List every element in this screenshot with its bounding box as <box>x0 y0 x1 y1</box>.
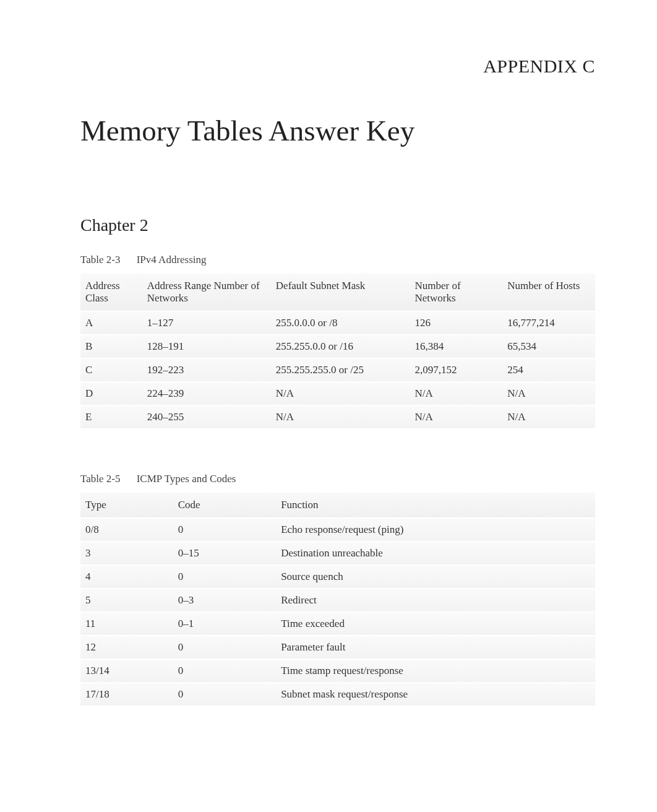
table-cell: 240–255 <box>142 405 271 429</box>
table-cell: 0 <box>173 636 276 659</box>
table-row: 0/8 0 Echo response/request (ping) <box>80 518 595 542</box>
table-2-5-caption: Table 2-5 ICMP Types and Codes <box>80 473 595 485</box>
table-2-5-block: Table 2-5 ICMP Types and Codes Type Code… <box>80 473 595 707</box>
table-cell: 254 <box>502 358 595 382</box>
table-row: 11 0–1 Time exceeded <box>80 612 595 636</box>
table-cell: 128–191 <box>142 335 271 358</box>
table-cell: 0 <box>173 659 276 683</box>
table-cell: 0–3 <box>173 589 276 612</box>
table-cell: Time exceeded <box>276 612 595 636</box>
table-cell: N/A <box>271 405 410 429</box>
table-header: Function <box>276 493 595 518</box>
table-cell: Destination unreachable <box>276 542 595 565</box>
table-cell: C <box>80 358 142 382</box>
table-cell: 2,097,152 <box>410 358 502 382</box>
table-header: Type <box>80 493 173 518</box>
table-cell: 255.255.255.0 or /25 <box>271 358 410 382</box>
table-cell: 0 <box>173 683 276 706</box>
table-cell: 4 <box>80 565 173 589</box>
table-cell: 0/8 <box>80 518 173 542</box>
table-cell: 13/14 <box>80 659 173 683</box>
table-header: Address Class <box>80 274 142 311</box>
table-cell: 65,534 <box>502 335 595 358</box>
table-cell: Source quench <box>276 565 595 589</box>
table-cell: 11 <box>80 612 173 636</box>
table-cell: Time stamp request/response <box>276 659 595 683</box>
table-cell: N/A <box>502 382 595 405</box>
table-row: D 224–239 N/A N/A N/A <box>80 382 595 405</box>
table-row: 5 0–3 Redirect <box>80 589 595 612</box>
appendix-label: APPENDIX C <box>80 56 595 77</box>
table-cell: N/A <box>271 382 410 405</box>
table-cell: 255.255.0.0 or /16 <box>271 335 410 358</box>
table-cell: E <box>80 405 142 429</box>
table-cell: Redirect <box>276 589 595 612</box>
table-row: C 192–223 255.255.255.0 or /25 2,097,152… <box>80 358 595 382</box>
table-cell: Subnet mask request/response <box>276 683 595 706</box>
table-row: 4 0 Source quench <box>80 565 595 589</box>
table-cell: 16,384 <box>410 335 502 358</box>
table-cell: 16,777,214 <box>502 311 595 335</box>
table-2-3-number: Table 2-3 <box>80 254 120 266</box>
table-cell: 224–239 <box>142 382 271 405</box>
table-header: Number of Networks <box>410 274 502 311</box>
table-2-3-caption: Table 2-3 IPv4 Addressing <box>80 254 595 266</box>
table-cell: 0–15 <box>173 542 276 565</box>
table-2-5: Type Code Function 0/8 0 Echo response/r… <box>80 493 595 707</box>
table-row: 3 0–15 Destination unreachable <box>80 542 595 565</box>
table-cell: 192–223 <box>142 358 271 382</box>
table-cell: 0 <box>173 565 276 589</box>
table-cell: 126 <box>410 311 502 335</box>
table-row: A 1–127 255.0.0.0 or /8 126 16,777,214 <box>80 311 595 335</box>
table-cell: 3 <box>80 542 173 565</box>
table-cell: A <box>80 311 142 335</box>
table-2-3-title: IPv4 Addressing <box>137 254 207 266</box>
table-2-3: Address Class Address Range Number of Ne… <box>80 274 595 430</box>
chapter-title: Chapter 2 <box>80 215 595 235</box>
table-header: Default Subnet Mask <box>271 274 410 311</box>
table-row: 12 0 Parameter fault <box>80 636 595 659</box>
table-header: Code <box>173 493 276 518</box>
table-header: Address Range Number of Networks <box>142 274 271 311</box>
table-cell: Parameter fault <box>276 636 595 659</box>
table-row: Type Code Function <box>80 493 595 518</box>
table-row: 17/18 0 Subnet mask request/response <box>80 683 595 706</box>
table-2-5-number: Table 2-5 <box>80 473 120 485</box>
table-cell: 1–127 <box>142 311 271 335</box>
table-2-5-title: ICMP Types and Codes <box>137 473 236 485</box>
table-row: Address Class Address Range Number of Ne… <box>80 274 595 311</box>
table-row: E 240–255 N/A N/A N/A <box>80 405 595 429</box>
table-cell: B <box>80 335 142 358</box>
table-row: 13/14 0 Time stamp request/response <box>80 659 595 683</box>
table-header: Number of Hosts <box>502 274 595 311</box>
table-cell: 0–1 <box>173 612 276 636</box>
table-row: B 128–191 255.255.0.0 or /16 16,384 65,5… <box>80 335 595 358</box>
table-cell: 5 <box>80 589 173 612</box>
table-cell: N/A <box>502 405 595 429</box>
table-cell: 0 <box>173 518 276 542</box>
page: APPENDIX C Memory Tables Answer Key Chap… <box>0 0 657 787</box>
table-cell: 255.0.0.0 or /8 <box>271 311 410 335</box>
main-title: Memory Tables Answer Key <box>80 114 595 147</box>
table-cell: N/A <box>410 405 502 429</box>
table-cell: N/A <box>410 382 502 405</box>
table-cell: Echo response/request (ping) <box>276 518 595 542</box>
table-2-3-block: Table 2-3 IPv4 Addressing Address Class … <box>80 254 595 430</box>
table-cell: 17/18 <box>80 683 173 706</box>
table-cell: 12 <box>80 636 173 659</box>
table-cell: D <box>80 382 142 405</box>
